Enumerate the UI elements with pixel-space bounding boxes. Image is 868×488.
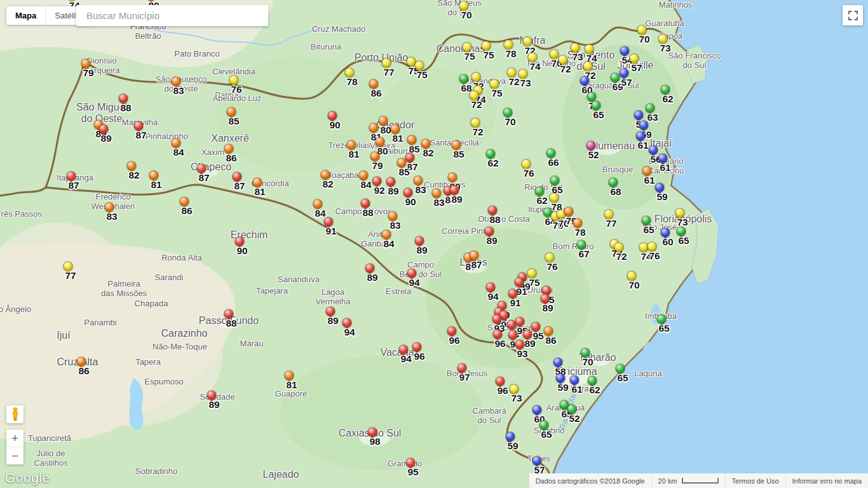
markers-layer: 7480798376888589898784868281878781878386…: [0, 0, 868, 488]
marker-pin-icon: [553, 358, 562, 367]
marker-pin-icon: [235, 237, 244, 246]
marker-pin-icon: [550, 50, 559, 58]
marker-pin-icon: [522, 159, 531, 168]
marker-pin-icon: [507, 68, 516, 77]
marker-pin-icon: [587, 92, 596, 101]
marker-pin-icon: [620, 69, 628, 78]
marker-pin-icon: [490, 79, 499, 88]
zoom-out-button[interactable]: −: [6, 447, 24, 464]
marker-pin-icon: [127, 161, 136, 170]
marker-pin-icon: [482, 41, 491, 50]
marker-value: 70: [499, 116, 522, 128]
marker-value: 89: [361, 272, 384, 283]
marker-pin-icon: [571, 43, 580, 52]
marker-pin-icon: [227, 107, 236, 116]
scale-control: 20 km: [651, 473, 725, 488]
marker-pin-icon: [527, 269, 536, 278]
marker-pin-icon: [379, 116, 388, 125]
marker-value: 88: [114, 102, 137, 114]
marker-value: 70: [455, 10, 478, 21]
marker-value: 91: [320, 226, 342, 237]
marker-pin-icon: [458, 363, 466, 372]
marker-value: 90: [231, 245, 254, 257]
marker-pin-icon: [515, 278, 524, 287]
marker-value: 78: [569, 227, 592, 238]
zoom-in-button[interactable]: +: [6, 430, 24, 447]
marker-pin-icon: [510, 384, 519, 393]
marker-value: 89: [410, 245, 433, 256]
marker-pin-icon: [592, 101, 600, 110]
marker-value: 81: [280, 379, 303, 391]
marker-value: 87: [130, 130, 153, 141]
marker-value: 86: [220, 152, 243, 164]
marker-value: 97: [453, 372, 476, 383]
marker-pin-icon: [224, 144, 233, 153]
marker-pin-icon: [391, 125, 400, 133]
marker-pin-icon: [506, 432, 515, 441]
marker-pin-icon: [496, 377, 505, 386]
marker-pin-icon: [376, 137, 384, 146]
marker-value: 74: [524, 61, 546, 72]
marker-pin-icon: [661, 228, 670, 237]
marker-value: 57: [615, 77, 638, 88]
marker-pin-icon: [532, 456, 541, 465]
report-error-link[interactable]: Informar erro no mapa: [785, 473, 868, 488]
terms-link[interactable]: Termos de Uso: [725, 473, 785, 488]
marker-pin-icon: [567, 405, 576, 414]
marker-pin-icon: [531, 322, 540, 331]
marker-pin-icon: [368, 428, 377, 437]
map-attribution: Dados cartográficos ©2018 Google: [529, 473, 651, 488]
marker-pin-icon: [134, 121, 143, 130]
marker-pin-icon: [528, 53, 537, 62]
marker-value: 77: [59, 270, 82, 281]
marker-pin-icon: [577, 240, 586, 249]
marker-value: 81: [145, 179, 168, 191]
marker-value: 87: [62, 180, 85, 191]
marker-pin-icon: [397, 158, 406, 167]
marker-value: 83: [100, 211, 123, 222]
marker-value: 95: [402, 466, 424, 478]
marker-value: 94: [403, 277, 426, 288]
marker-pin-icon: [407, 269, 416, 278]
marker-pin-icon: [658, 34, 667, 43]
marker-pin-icon: [382, 58, 391, 67]
marker-pin-icon: [627, 271, 636, 280]
marker-pin-icon: [172, 139, 180, 147]
marker-value: 52: [582, 149, 605, 161]
marker-value: 81: [342, 149, 365, 160]
fullscreen-button[interactable]: [843, 5, 863, 25]
marker-pin-icon: [471, 72, 480, 81]
marker-pin-icon: [550, 193, 559, 202]
marker-pin-icon: [370, 152, 379, 161]
marker-value: 85: [393, 166, 416, 178]
marker-value: 70: [623, 280, 646, 291]
marker-value: 77: [600, 218, 623, 229]
marker-pin-icon: [545, 253, 554, 262]
map-button[interactable]: Mapa: [6, 6, 45, 25]
marker-pin-icon: [523, 37, 532, 46]
fullscreen-icon: [848, 11, 858, 20]
marker-pin-icon: [636, 132, 645, 140]
search-input[interactable]: [85, 10, 259, 22]
marker-value: 72: [465, 99, 488, 111]
google-logo: Google: [5, 470, 50, 485]
marker-pin-icon: [630, 54, 639, 63]
marker-value: 89: [536, 302, 559, 314]
marker-pin-icon: [105, 203, 114, 212]
marker-value: 89: [322, 315, 344, 327]
marker-pin-icon: [470, 251, 478, 260]
marker-value: 83: [409, 184, 432, 196]
pegman-control[interactable]: [6, 405, 24, 423]
marker-value: 59: [651, 191, 674, 203]
pegman-icon: [9, 407, 22, 422]
marker-value: 62: [583, 384, 606, 396]
marker-value: 62: [482, 158, 505, 169]
marker-pin-icon: [233, 172, 241, 181]
marker-pin-icon: [347, 140, 356, 149]
marker-value: 68: [604, 186, 627, 198]
scale-bar: [682, 478, 719, 484]
map-canvas[interactable]: Francisco BeltrãoPato BrancoClevelândiaP…: [0, 0, 868, 488]
marker-pin-icon: [646, 104, 654, 112]
marker-pin-icon: [407, 57, 416, 66]
marker-value: 70: [633, 34, 656, 45]
